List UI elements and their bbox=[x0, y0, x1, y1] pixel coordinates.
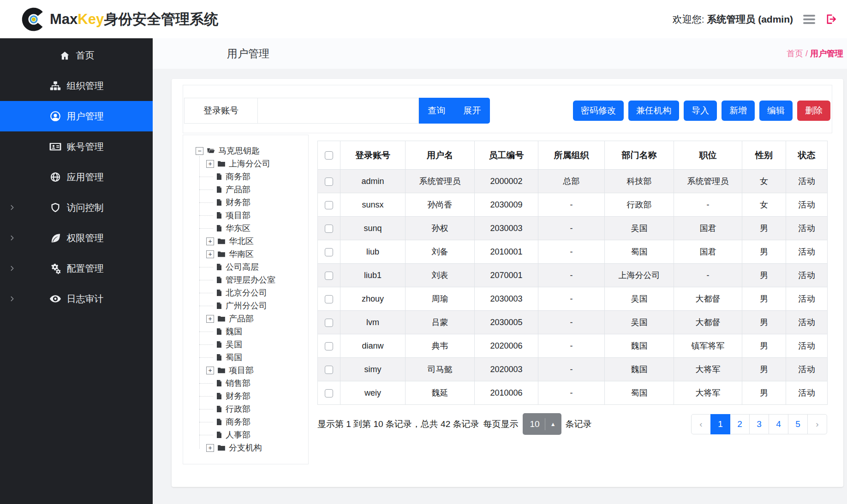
add-button[interactable]: 新增 bbox=[722, 101, 755, 121]
query-button[interactable]: 查询 bbox=[419, 98, 454, 124]
tree-expand-icon[interactable]: + bbox=[206, 237, 214, 245]
import-button[interactable]: 导入 bbox=[684, 101, 717, 121]
tree-node[interactable]: 人事部 bbox=[196, 428, 308, 441]
tree-node[interactable]: 广州分公司 bbox=[196, 299, 308, 312]
row-checkbox[interactable] bbox=[325, 272, 333, 280]
tree-expand-icon[interactable]: + bbox=[206, 160, 214, 168]
row-checkbox[interactable] bbox=[325, 295, 333, 303]
tree-expand-icon[interactable]: + bbox=[206, 444, 214, 452]
column-header[interactable]: 职位 bbox=[674, 141, 742, 170]
file-icon bbox=[215, 289, 223, 297]
column-header[interactable]: 所属组织 bbox=[538, 141, 605, 170]
gears-icon bbox=[49, 263, 62, 274]
tree-node[interactable]: 商务部 bbox=[196, 415, 308, 428]
tree-node[interactable]: 吴国 bbox=[196, 338, 308, 351]
select-all-checkbox[interactable] bbox=[325, 151, 333, 160]
menu-icon[interactable] bbox=[803, 13, 815, 26]
row-checkbox[interactable] bbox=[325, 248, 333, 256]
column-header[interactable]: 登录账号 bbox=[340, 141, 406, 170]
table-cell: 大将军 bbox=[674, 381, 742, 405]
delete-button[interactable]: 删除 bbox=[797, 101, 830, 121]
column-header[interactable]: 状态 bbox=[786, 141, 828, 170]
breadcrumb-home[interactable]: 首页 bbox=[787, 49, 803, 58]
welcome-text: 欢迎您: 系统管理员 (admin) bbox=[673, 13, 793, 26]
tree-node[interactable]: +华北区 bbox=[196, 235, 308, 248]
tree-node[interactable]: +项目部 bbox=[196, 364, 308, 377]
column-header[interactable]: 部门名称 bbox=[605, 141, 674, 170]
tree-node[interactable]: 商务部 bbox=[196, 170, 308, 183]
sidebar-item-home[interactable]: 首页 bbox=[0, 40, 153, 71]
tree-node[interactable]: −马克思钥匙 bbox=[196, 144, 308, 157]
expand-button[interactable]: 展开 bbox=[454, 98, 490, 124]
tree-node-label: 华北区 bbox=[229, 236, 254, 247]
tree-expand-icon[interactable]: + bbox=[206, 250, 214, 258]
sidebar-item-org[interactable]: 组织管理 bbox=[0, 71, 153, 101]
tree-node[interactable]: 公司高层 bbox=[196, 261, 308, 273]
table-cell: 2000002 bbox=[475, 170, 538, 193]
tree-node[interactable]: 魏国 bbox=[196, 325, 308, 338]
tree-node-label: 华东区 bbox=[226, 223, 251, 234]
page-prev-button[interactable]: ‹ bbox=[691, 414, 711, 434]
sidebar-item-account[interactable]: 账号管理 bbox=[0, 131, 153, 162]
tree-node[interactable]: 蜀国 bbox=[196, 351, 308, 364]
sidebar-item-app[interactable]: 应用管理 bbox=[0, 162, 153, 192]
tree-node[interactable]: +华南区 bbox=[196, 248, 308, 261]
logout-icon[interactable] bbox=[825, 13, 838, 25]
tree-node[interactable]: 项目部 bbox=[196, 209, 308, 222]
row-select-cell bbox=[318, 334, 340, 358]
sidebar-item-access[interactable]: 访问控制 bbox=[0, 192, 153, 223]
adjunct-org-button[interactable]: 兼任机构 bbox=[628, 101, 679, 121]
table-cell: sunq bbox=[340, 217, 406, 240]
row-checkbox[interactable] bbox=[325, 342, 333, 350]
tree-expand-icon[interactable]: + bbox=[206, 315, 214, 323]
table-cell: 男 bbox=[742, 311, 786, 334]
row-checkbox[interactable] bbox=[325, 389, 333, 397]
column-header[interactable]: 性别 bbox=[742, 141, 786, 170]
sidebar-item-user[interactable]: 用户管理 bbox=[0, 101, 153, 131]
pagination: 显示第 1 到第 10 条记录，总共 42 条记录 每页显示 10 ▲ 条记录 … bbox=[317, 413, 827, 435]
tree-node[interactable]: 北京分公司 bbox=[196, 286, 308, 299]
tree-node[interactable]: +分支机构 bbox=[196, 441, 308, 454]
tree-node[interactable]: 管理层办公室 bbox=[196, 273, 308, 286]
row-checkbox[interactable] bbox=[325, 178, 333, 186]
globe-icon bbox=[49, 172, 62, 183]
row-checkbox[interactable] bbox=[325, 225, 333, 233]
page-2-button[interactable]: 2 bbox=[730, 414, 750, 434]
tree-collapse-icon[interactable]: − bbox=[196, 147, 203, 155]
tree-node[interactable]: 产品部 bbox=[196, 183, 308, 196]
tree-expand-icon[interactable]: + bbox=[206, 367, 214, 374]
chevron-right-icon bbox=[9, 296, 15, 302]
tree-node-label: 人事部 bbox=[226, 429, 251, 440]
sidebar-item-config[interactable]: 配置管理 bbox=[0, 253, 153, 284]
tree-node[interactable]: +上海分公司 bbox=[196, 157, 308, 170]
sidebar-item-permission[interactable]: 权限管理 bbox=[0, 223, 153, 253]
page-size-select[interactable]: 10 ▲ bbox=[523, 413, 561, 435]
row-checkbox[interactable] bbox=[325, 201, 333, 209]
table-cell: 吴国 bbox=[605, 311, 674, 334]
tree-connector bbox=[199, 202, 213, 203]
tree-node[interactable]: 财务部 bbox=[196, 196, 308, 209]
tree-node-label: 商务部 bbox=[226, 171, 251, 182]
page-4-button[interactable]: 4 bbox=[769, 414, 788, 434]
tree-node[interactable]: 华东区 bbox=[196, 222, 308, 235]
folder-icon bbox=[217, 366, 226, 374]
tree-node[interactable]: 销售部 bbox=[196, 377, 308, 390]
password-modify-button[interactable]: 密码修改 bbox=[573, 101, 624, 121]
tree-node[interactable]: 行政部 bbox=[196, 403, 308, 415]
page-5-button[interactable]: 5 bbox=[788, 414, 808, 434]
tree-node[interactable]: 财务部 bbox=[196, 390, 308, 403]
column-header[interactable]: 员工编号 bbox=[475, 141, 538, 170]
table-cell: admin bbox=[340, 170, 406, 193]
row-checkbox[interactable] bbox=[325, 366, 333, 374]
shield-icon bbox=[49, 202, 62, 213]
sidebar-item-audit[interactable]: 日志审计 bbox=[0, 284, 153, 314]
page-1-button[interactable]: 1 bbox=[710, 414, 730, 434]
login-account-input[interactable] bbox=[258, 98, 419, 124]
page-next-button[interactable]: › bbox=[807, 414, 827, 434]
table-cell: - bbox=[538, 358, 605, 381]
edit-button[interactable]: 编辑 bbox=[759, 101, 793, 121]
page-3-button[interactable]: 3 bbox=[749, 414, 769, 434]
column-header[interactable]: 用户名 bbox=[406, 141, 475, 170]
tree-node[interactable]: +产品部 bbox=[196, 312, 308, 325]
row-checkbox[interactable] bbox=[325, 319, 333, 327]
